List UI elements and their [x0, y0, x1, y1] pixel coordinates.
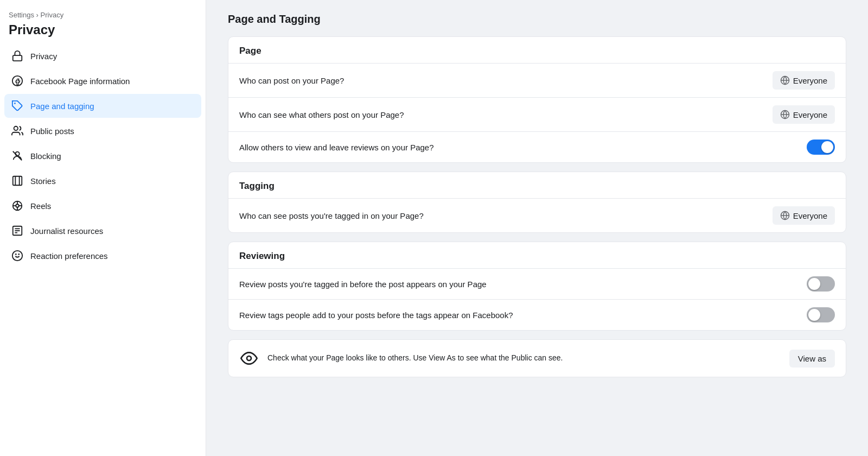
review-tags-label: Review tags people add to your posts bef…	[239, 311, 807, 320]
lock-icon	[11, 49, 24, 62]
toggle-slider-reviews	[807, 140, 835, 155]
svg-point-28	[247, 356, 251, 360]
svg-point-10	[16, 204, 19, 207]
svg-line-5	[13, 151, 22, 161]
public-posts-icon	[11, 124, 24, 137]
review-tags-toggle[interactable]	[807, 307, 835, 322]
sidebar-item-privacy[interactable]: Privacy	[4, 44, 201, 68]
journalist-icon	[11, 224, 24, 237]
review-tagged-posts-label: Review posts you're tagged in before the…	[239, 280, 807, 289]
who-can-see-tagged-dropdown[interactable]: Everyone	[773, 206, 835, 225]
sidebar-item-stories-label: Stories	[30, 176, 56, 186]
who-can-see-others-post-row: Who can see what others post on your Pag…	[228, 97, 846, 131]
globe-icon-2	[780, 110, 790, 119]
svg-rect-6	[13, 176, 22, 186]
reaction-icon	[11, 249, 24, 262]
svg-point-3	[14, 126, 18, 130]
who-can-post-label: Who can post on your Page?	[239, 76, 773, 85]
toggle-slider-review-tags	[807, 307, 835, 322]
review-tagged-posts-toggle[interactable]	[807, 276, 835, 292]
globe-icon	[780, 75, 790, 85]
who-can-see-others-dropdown[interactable]: Everyone	[773, 105, 835, 124]
who-can-see-others-label: Who can see what others post on your Pag…	[239, 110, 773, 119]
sidebar-item-reels-label: Reels	[30, 201, 51, 211]
svg-point-19	[12, 251, 22, 261]
who-can-see-tagged-label: Who can see posts you're tagged in on yo…	[239, 211, 773, 220]
sidebar-item-stories[interactable]: Stories	[4, 169, 201, 193]
breadcrumb: Settings › Privacy	[4, 9, 201, 20]
page-card: Page Who can post on your Page? Everyone…	[228, 36, 846, 163]
main-page-title: Page and Tagging	[228, 13, 846, 26]
reviewing-card: Reviewing Review posts you're tagged in …	[228, 242, 846, 331]
globe-icon-3	[780, 211, 790, 220]
sidebar-item-reels[interactable]: Reels	[4, 194, 201, 218]
page-title: Privacy	[4, 20, 201, 44]
blocking-icon	[11, 149, 24, 162]
who-can-see-tagged-value: Everyone	[793, 211, 827, 220]
eye-icon	[239, 349, 259, 368]
view-as-button[interactable]: View as	[789, 350, 835, 368]
who-can-post-value: Everyone	[793, 76, 827, 85]
sidebar: Settings › Privacy Privacy Privacy Faceb…	[0, 0, 206, 456]
sidebar-item-page-tagging-label: Page and tagging	[30, 102, 94, 111]
svg-point-1	[12, 76, 22, 86]
tagging-section-title: Tagging	[228, 172, 846, 198]
view-as-card: Check what your Page looks like to other…	[228, 339, 846, 377]
reels-icon	[11, 199, 24, 212]
sidebar-item-page-and-tagging[interactable]: Page and tagging	[4, 94, 201, 118]
sidebar-item-reaction-preferences[interactable]: Reaction preferences	[4, 244, 201, 268]
sidebar-item-journalist-resources[interactable]: Journalist resources	[4, 219, 201, 243]
allow-reviews-row: Allow others to view and leave reviews o…	[228, 131, 846, 162]
sidebar-item-reaction-label: Reaction preferences	[30, 251, 108, 261]
view-as-description: Check what your Page looks like to other…	[267, 353, 781, 364]
sidebar-item-journalist-label: Journalist resources	[30, 226, 103, 236]
toggle-slider-review-tagged	[807, 276, 835, 292]
sidebar-item-privacy-label: Privacy	[30, 52, 57, 61]
reviewing-section-title: Reviewing	[228, 242, 846, 268]
tag-icon	[11, 99, 24, 112]
sidebar-item-public-posts[interactable]: Public posts	[4, 119, 201, 143]
main-content: Page and Tagging Page Who can post on yo…	[206, 0, 868, 456]
allow-reviews-toggle[interactable]	[807, 140, 835, 155]
svg-rect-0	[13, 55, 22, 61]
who-can-post-dropdown[interactable]: Everyone	[773, 71, 835, 90]
sidebar-item-facebook-page-info[interactable]: Facebook Page information	[4, 69, 201, 93]
who-can-post-row: Who can post on your Page? Everyone	[228, 63, 846, 97]
sidebar-item-public-posts-label: Public posts	[30, 126, 74, 136]
sidebar-item-facebook-page-label: Facebook Page information	[30, 77, 130, 86]
review-tagged-posts-row: Review posts you're tagged in before the…	[228, 268, 846, 299]
page-section-title: Page	[228, 37, 846, 63]
who-can-see-others-value: Everyone	[793, 110, 827, 119]
tagging-card: Tagging Who can see posts you're tagged …	[228, 172, 846, 233]
review-tags-row: Review tags people add to your posts bef…	[228, 299, 846, 330]
stories-icon	[11, 174, 24, 187]
sidebar-item-blocking-label: Blocking	[30, 151, 61, 161]
allow-reviews-label: Allow others to view and leave reviews o…	[239, 143, 807, 152]
sidebar-item-blocking[interactable]: Blocking	[4, 144, 201, 168]
who-can-see-tagged-row: Who can see posts you're tagged in on yo…	[228, 198, 846, 232]
facebook-circle-icon	[11, 74, 24, 87]
